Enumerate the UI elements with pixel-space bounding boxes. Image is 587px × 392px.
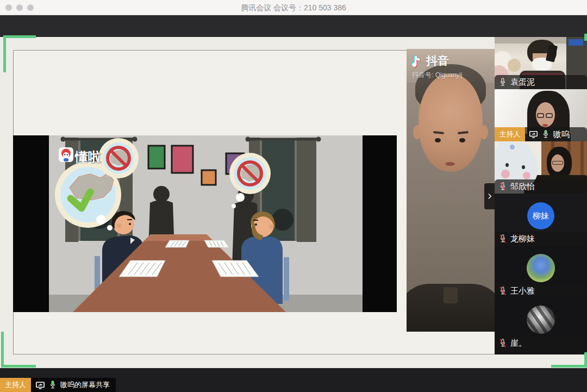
cartoon-video: 懂啦: [49, 135, 363, 312]
participant-tile-yuandanni[interactable]: 袁蛋泥: [495, 37, 587, 89]
mic-muted-icon: [499, 286, 507, 296]
glasses: [537, 113, 544, 118]
share-border-marker-top-left: [3, 35, 6, 72]
mic-on-icon: [499, 77, 507, 87]
douyin-brand-text: 抖音: [426, 53, 449, 69]
participant-tile-longliumei[interactable]: 柳妹 龙柳妹: [495, 194, 587, 246]
participant-tile-aowu[interactable]: 主持人 嗷呜: [495, 89, 587, 141]
participant-name: 王小雅: [510, 286, 535, 296]
store-sign: [569, 39, 583, 46]
douyin-man-face: [419, 74, 483, 172]
participant-name: 龙柳妹: [510, 234, 535, 244]
douyin-man-eye: [459, 138, 465, 142]
douyin-account-text: 抖音号: Qiguanyij: [412, 71, 463, 80]
top-toolbar: [0, 15, 587, 37]
window-title: 腾讯会议 会议号：210 503 386: [0, 0, 587, 15]
right-chair: [284, 257, 289, 301]
screen-share-status-text: 嗷呜的屏幕共享: [60, 380, 110, 390]
lips: [542, 124, 548, 127]
plush-toy-dot: [510, 145, 515, 150]
pink-frame: [172, 146, 193, 173]
participant-label: 邹欣怡: [495, 179, 587, 194]
plush-eye: [522, 165, 525, 169]
avatar: 柳妹: [527, 202, 554, 229]
share-border-marker-bottom-right: [584, 352, 587, 368]
douyin-man-mouth: [445, 162, 455, 166]
participant-label: 主持人 嗷呜: [495, 127, 587, 141]
host-badge: 主持人: [0, 378, 31, 392]
participant-tile-zouxinyi[interactable]: 邹欣怡: [495, 141, 587, 194]
douyin-man-eye: [435, 138, 441, 142]
participant-name: 邹欣怡: [510, 182, 535, 192]
participant-label: 袁蛋泥: [495, 75, 587, 89]
share-border-marker-top-left: [3, 35, 36, 38]
mic-muted-icon: [499, 182, 507, 191]
avatar: [527, 254, 555, 282]
share-border-marker-bottom-right: [551, 365, 587, 368]
cartoon-illustration: 懂啦: [49, 135, 363, 312]
participant-name: 崖。: [510, 338, 527, 349]
participants-sidebar: 袁蛋泥 主持人 嗷呜: [495, 37, 587, 354]
green-frame: [148, 146, 165, 169]
chevron-right-icon: [486, 192, 494, 200]
participant-tile-wangxiaoya[interactable]: 王小雅: [495, 246, 587, 298]
plush-toy-ear: [515, 142, 530, 158]
douyin-watermark: 抖音: [411, 53, 449, 69]
bottom-status-bar: 主持人 嗷呜的屏幕共享: [0, 369, 587, 392]
glasses: [552, 161, 563, 165]
glasses: [546, 113, 553, 118]
host-badge: 主持人: [495, 127, 525, 141]
share-border-marker-bottom-left: [1, 332, 4, 368]
share-border-marker-top-right: [584, 34, 587, 41]
douyin-man-collar: [444, 287, 458, 303]
douyin-video-overlay: 抖音 抖音号: Qiguanyij: [407, 49, 495, 332]
shared-video-player: 懂啦: [13, 135, 397, 312]
mic-muted-icon: [499, 338, 507, 348]
participant-label: 王小雅: [495, 284, 587, 298]
participant-name: 袁蛋泥: [510, 77, 535, 88]
mic-speaking-icon: [49, 380, 57, 390]
participant-tile-ya[interactable]: 崖。: [495, 298, 587, 350]
sidebar-collapse-button[interactable]: [484, 183, 495, 209]
douyin-note-icon: [411, 54, 423, 68]
dongla-logo: 懂啦: [59, 147, 101, 164]
plush-eye: [505, 163, 509, 167]
participant-name: 嗷呜: [553, 129, 570, 140]
mic-muted-icon: [499, 234, 507, 244]
participant-label: 崖。: [495, 336, 587, 350]
plush-cheek: [501, 170, 510, 178]
prohibited-map-bubble-left: [98, 138, 139, 178]
avatar: [527, 306, 555, 334]
orange-frame: [202, 170, 216, 185]
plush-cheek: [523, 172, 530, 179]
screen-share-icon: [35, 381, 45, 390]
share-border-marker-bottom-left: [1, 365, 36, 368]
screen-share-status: 嗷呜的屏幕共享: [31, 378, 116, 392]
screen-share-icon: [529, 130, 538, 139]
tencent-meeting-window: 腾讯会议 会议号：210 503 386: [0, 0, 587, 392]
dongla-logo-text: 懂啦: [74, 150, 101, 164]
window-titlebar: 腾讯会议 会议号：210 503 386: [0, 0, 587, 15]
participant-label: 龙柳妹: [495, 232, 587, 246]
mic-speaking-icon: [542, 129, 549, 139]
avatar-text: 柳妹: [533, 211, 549, 221]
clothes-rack: [508, 59, 521, 72]
